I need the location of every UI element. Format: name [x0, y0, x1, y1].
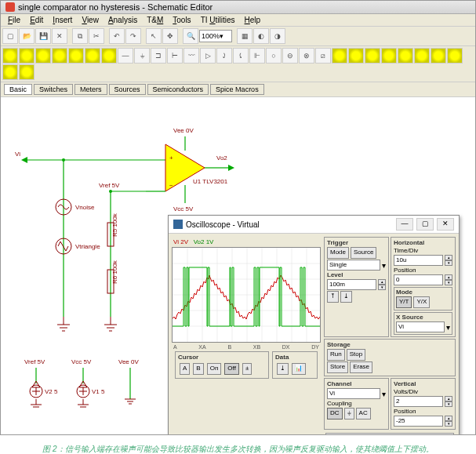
mode-yt-button[interactable]: Y/T [396, 296, 412, 308]
zoom-select[interactable]: 100%▾ [199, 30, 232, 42]
trigger-source-button[interactable]: Source [351, 247, 376, 259]
tab-semiconductors[interactable]: Semiconductors [147, 84, 209, 95]
vpos-input[interactable]: -25 [394, 416, 443, 427]
vdiv-input[interactable]: 2 [394, 396, 443, 407]
tab-switches[interactable]: Switches [34, 84, 73, 95]
erase-button[interactable]: Erase [350, 361, 372, 373]
cursor-a-button[interactable]: A [180, 363, 190, 375]
comp-res-icon[interactable]: ⊐ [151, 48, 166, 64]
comp-icon[interactable] [398, 48, 413, 64]
tab-sources[interactable]: Sources [109, 84, 146, 95]
comp-icon[interactable] [85, 48, 100, 64]
trigger-select[interactable]: Single [327, 260, 380, 271]
stop-button[interactable]: Stop [347, 349, 365, 361]
cursor-plus-button[interactable]: ± [242, 363, 252, 375]
menu-help[interactable]: Help [241, 15, 265, 25]
gnd-button[interactable]: ⏚ [344, 408, 354, 419]
xsrc-select[interactable]: Vi [396, 321, 445, 332]
trigger-rise-icon[interactable]: ⤒ [327, 291, 339, 303]
dropdown-icon[interactable]: ▾ [382, 261, 386, 270]
tool-close-icon[interactable]: ✕ [52, 28, 67, 44]
comp-icon[interactable] [19, 64, 35, 80]
comp-vsrc-icon[interactable]: ⊖ [282, 48, 298, 64]
comp-icon[interactable] [19, 48, 35, 64]
comp-pnp-icon[interactable]: ⤹ [233, 48, 249, 64]
spinner[interactable]: ▴▾ [378, 279, 386, 290]
comp-icon[interactable] [447, 48, 463, 64]
menu-insert[interactable]: Insert [49, 15, 76, 25]
dropdown-icon[interactable]: ▾ [446, 323, 450, 332]
comp-icon[interactable] [365, 48, 380, 64]
comp-wire-icon[interactable]: — [118, 48, 133, 64]
maximize-button[interactable]: ▢ [416, 218, 434, 231]
channel-select[interactable]: Vi [327, 388, 380, 399]
comp-icon[interactable] [68, 48, 84, 64]
menu-tools[interactable]: Tools [169, 15, 194, 25]
spinner[interactable]: ▴▾ [445, 274, 452, 285]
data-chart-icon[interactable]: 📊 [292, 363, 306, 375]
minimize-button[interactable]: — [396, 218, 413, 231]
dc-button[interactable]: DC [327, 408, 343, 419]
schematic-canvas[interactable]: + − Vi Vee 0V Vo2 U1 TLV3201 Vcc 5V Vnoi… [1, 97, 475, 434]
comp-icon[interactable] [348, 48, 364, 64]
tool-save-icon[interactable]: 💾 [35, 28, 51, 44]
comp-src-icon[interactable]: ○ [266, 48, 282, 64]
menu-tm[interactable]: T&M [143, 15, 167, 25]
comp-icon[interactable] [381, 48, 397, 64]
tab-meters[interactable]: Meters [74, 84, 107, 95]
comp-icon[interactable] [101, 48, 117, 64]
auto-button[interactable]: Auto [325, 433, 454, 434]
close-button[interactable]: ✕ [437, 218, 454, 231]
comp-icon[interactable] [2, 64, 18, 80]
run-button[interactable]: Run [327, 349, 345, 361]
tool-undo-icon[interactable]: ↶ [109, 28, 125, 44]
spinner[interactable]: ▴▾ [445, 396, 452, 407]
menu-ti-utilities[interactable]: TI Utilities [197, 15, 239, 25]
trigger-fall-icon[interactable]: ⤓ [340, 291, 352, 303]
ac-button[interactable]: AC [356, 408, 371, 419]
spinner[interactable]: ▴▾ [445, 416, 452, 427]
oscilloscope-window[interactable]: Oscilloscope - Virtual — ▢ ✕ Vi 2V Vo2 1… [168, 215, 460, 434]
hpos-input[interactable]: 0 [394, 274, 443, 285]
menu-analysis[interactable]: Analysis [104, 15, 141, 25]
comp-diode-icon[interactable]: ▷ [200, 48, 216, 64]
dropdown-icon[interactable]: ▾ [382, 390, 386, 398]
spinner[interactable]: ▴▾ [445, 255, 452, 266]
comp-fet-icon[interactable]: ⊩ [249, 48, 265, 64]
data-export-icon[interactable]: ⤓ [277, 363, 289, 375]
comp-icon[interactable] [332, 48, 347, 64]
mode-yx-button[interactable]: Y/X [413, 296, 430, 308]
trigger-mode-button[interactable]: Mode [327, 247, 349, 259]
comp-gnd-icon[interactable]: ⏚ [134, 48, 150, 64]
tool-misc1-icon[interactable]: ◐ [253, 28, 269, 44]
cursor-on-button[interactable]: On [207, 363, 222, 375]
tool-move-icon[interactable]: ✥ [162, 28, 178, 44]
tool-zoom-icon[interactable]: 🔍 [183, 28, 198, 44]
cursor-off-button[interactable]: Off [224, 363, 239, 375]
tab-spice-macros[interactable]: Spice Macros [210, 84, 264, 95]
scope-screen[interactable] [172, 247, 321, 343]
timediv-input[interactable]: 10u [394, 255, 443, 266]
comp-sw-icon[interactable]: ⧄ [315, 48, 331, 64]
cursor-b-button[interactable]: B [193, 363, 203, 375]
store-button[interactable]: Store [327, 361, 348, 373]
comp-icon[interactable] [414, 48, 430, 64]
comp-icon[interactable] [35, 48, 51, 64]
osc-title-bar[interactable]: Oscilloscope - Virtual — ▢ ✕ [169, 216, 459, 234]
menu-file[interactable]: File [4, 15, 24, 25]
menu-view[interactable]: View [78, 15, 103, 25]
comp-npn-icon[interactable]: ⤸ [216, 48, 232, 64]
tab-basic[interactable]: Basic [4, 84, 32, 95]
tool-redo-icon[interactable]: ↷ [125, 28, 141, 44]
tool-open-icon[interactable]: 📂 [19, 28, 35, 44]
comp-icon[interactable] [431, 48, 446, 64]
tool-copy-icon[interactable]: ⧉ [72, 28, 88, 44]
comp-cap-icon[interactable]: ⊢ [167, 48, 183, 64]
comp-isrc-icon[interactable]: ⊗ [299, 48, 314, 64]
comp-ind-icon[interactable]: 〰 [183, 48, 199, 64]
tool-cut-icon[interactable]: ✂ [89, 28, 104, 44]
menu-edit[interactable]: Edit [26, 15, 47, 25]
comp-icon[interactable] [2, 48, 18, 64]
tool-select-icon[interactable]: ↖ [146, 28, 162, 44]
comp-icon[interactable] [52, 48, 67, 64]
